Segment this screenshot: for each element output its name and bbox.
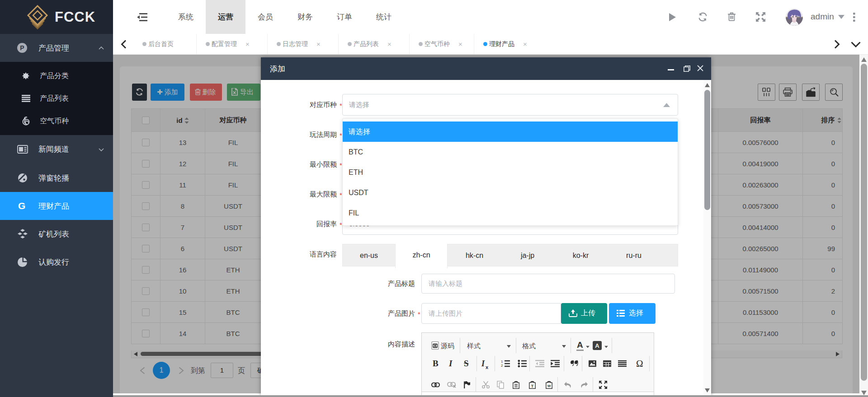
svg-text:2: 2 bbox=[501, 364, 503, 368]
svg-text:A: A bbox=[595, 342, 599, 349]
svg-text:W: W bbox=[547, 384, 551, 388]
svg-text:T: T bbox=[531, 383, 534, 388]
